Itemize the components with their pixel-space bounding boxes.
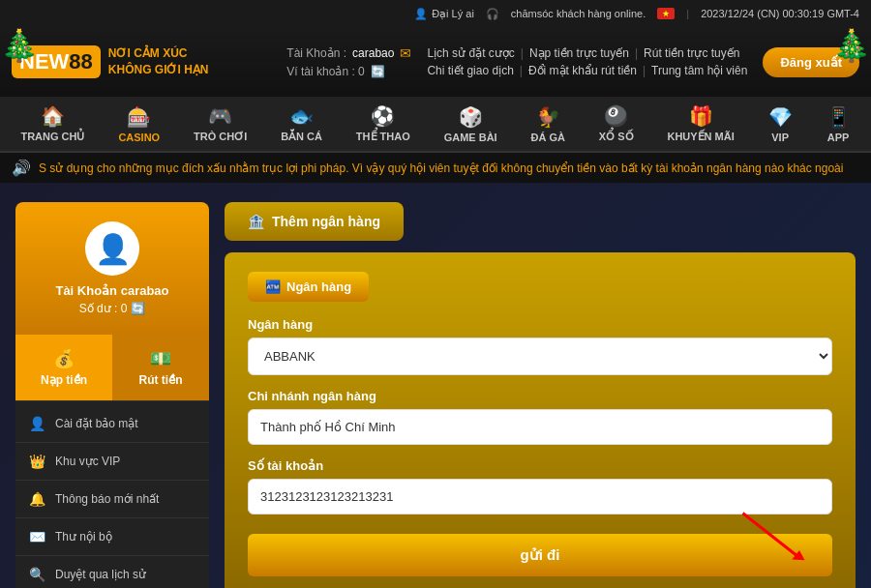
rooster-icon: 🐓	[536, 105, 560, 129]
sports-icon: ⚽	[371, 104, 395, 128]
account-num-group: Số tài khoản	[248, 458, 832, 514]
profile-balance: Số dư : 0 🔄	[35, 302, 190, 315]
lottery-icon: 🎱	[604, 104, 628, 128]
speaker-icon: 🔊	[12, 159, 31, 177]
nav-label-casino: CASINO	[118, 132, 160, 143]
nav-vip[interactable]: 💎 VIP	[759, 100, 802, 149]
avatar-icon: 👤	[95, 232, 131, 266]
bank-header-label: Ngân hàng	[286, 279, 351, 294]
menu-label-inbox: Thư nội bộ	[55, 530, 112, 544]
deposit-icon: 💰	[53, 348, 75, 369]
nav-label-xoso: XỔ SỐ	[599, 131, 634, 143]
nav-khuyenmai[interactable]: 🎁 KHUYẾN MÃI	[657, 99, 743, 149]
bank-select[interactable]: ABBANK Vietcombank Techcombank BIDV Viet…	[248, 338, 832, 375]
link-withdraw[interactable]: Rút tiền trực tuyến	[644, 46, 739, 60]
ticker-text: S sử dụng cho những mục đích xấu nhằm tr…	[39, 162, 843, 175]
header: 🎄 🎄 NEW 88 NƠI CẢM XÚC KHÔNG GIỚI HẠN Tà…	[0, 27, 871, 97]
ticker-bar: 🔊 S sử dụng cho những mục đích xấu nhằm …	[0, 153, 871, 183]
add-bank-icon: 🏦	[248, 214, 264, 229]
account-label: Tài Khoản :	[286, 46, 346, 60]
datetime: 2023/12/24 (CN) 00:30:19 GMT-4	[701, 8, 859, 19]
balance-refresh-icon[interactable]: 🔄	[131, 302, 145, 315]
add-bank-label: Thêm ngân hàng	[272, 214, 380, 229]
wallet-label: Ví tài khoản : 0	[286, 65, 364, 78]
logout-button[interactable]: Đăng xuất	[763, 47, 859, 77]
nav-daga[interactable]: 🐓 ĐÁ GÀ	[522, 100, 575, 149]
logo-box[interactable]: NEW 88	[12, 45, 101, 78]
mail-icon: ✉️	[29, 529, 45, 544]
bank-header-button[interactable]: 🏧 Ngân hàng	[248, 272, 369, 302]
fishing-icon: 🐟	[289, 104, 314, 128]
logo-area: NEW 88 NƠI CẢM XÚC KHÔNG GIỚI HẠN	[12, 45, 208, 78]
withdraw-icon: 💵	[150, 348, 171, 369]
history-icon: 🔍	[29, 567, 45, 582]
branch-label: Chi nhánh ngân hàng	[248, 389, 832, 403]
nav-banca[interactable]: 🐟 BẮN CÁ	[271, 99, 332, 149]
nav-gamebai[interactable]: 🎲 GAME BÀI	[435, 100, 507, 149]
security-icon: 👤	[29, 416, 45, 431]
main-content: 👤 Tài Khoản carabao Số dư : 0 🔄 💰 Nạp ti…	[0, 183, 871, 588]
vip-icon: 💎	[768, 105, 793, 129]
nav-label-vip: VIP	[771, 132, 789, 143]
refresh-wallet-icon[interactable]: 🔄	[371, 65, 385, 78]
nav-label-app: APP	[827, 132, 850, 143]
headset-icon: 🎧	[486, 8, 499, 20]
logo-88: 88	[69, 49, 92, 74]
logo-tagline: NƠI CẢM XÚC KHÔNG GIỚI HẠN	[108, 45, 209, 78]
bank-select-group: Ngân hàng ABBANK Vietcombank Techcombank…	[248, 317, 832, 375]
sidebar-actions: 💰 Nạp tiền 💵 Rút tiền	[15, 335, 209, 401]
account-value: carabao	[352, 46, 394, 60]
sidebar-profile: 👤 Tài Khoản carabao Số dư : 0 🔄	[15, 202, 209, 335]
menu-label-security: Cài đặt bảo mật	[55, 417, 138, 430]
bell-icon: 🔔	[29, 491, 45, 507]
nav-casino[interactable]: 🎰 CASINO	[108, 100, 169, 149]
agent-label: Đại Lý ai	[432, 8, 474, 20]
nav-label-thethao: THỂ THAO	[356, 131, 410, 143]
link-member-center[interactable]: Trung tâm hội viên	[651, 64, 747, 77]
menu-label-notifications: Thông báo mới nhất	[55, 492, 159, 506]
header-account: Tài Khoản : carabao ✉ Ví tài khoản : 0 🔄	[286, 45, 411, 78]
menu-label-vip: Khu vực VIP	[55, 455, 120, 468]
menu-item-security[interactable]: 👤 Cài đặt bảo mật	[15, 405, 209, 443]
menu-item-inbox[interactable]: ✉️ Thư nội bộ	[15, 518, 209, 556]
menu-label-history: Duyệt qua lịch sử	[55, 568, 146, 581]
menu-item-notifications[interactable]: 🔔 Thông báo mới nhất	[15, 481, 209, 518]
casino-icon: 🎰	[127, 105, 151, 129]
nav-label-trangchu: TRANG CHỦ	[20, 131, 84, 143]
deposit-button[interactable]: 💰 Nạp tiền	[15, 335, 112, 400]
cards-icon: 🎲	[459, 105, 483, 129]
gift-icon: 🎁	[689, 104, 713, 128]
add-bank-button[interactable]: 🏦 Thêm ngân hàng	[225, 202, 404, 241]
nav-trangchu[interactable]: 🏠 TRANG CHỦ	[11, 99, 94, 149]
account-num-label: Số tài khoản	[248, 458, 832, 473]
link-deposit[interactable]: Nạp tiền trực tuyến	[529, 46, 629, 60]
nav-app[interactable]: 📱 APP	[817, 100, 860, 149]
form-card-header: 🏧 Ngân hàng	[248, 272, 832, 302]
withdraw-label: Rút tiền	[139, 373, 183, 387]
sidebar-menu: 👤 Cài đặt bảo mật 👑 Khu vực VIP 🔔 Thông …	[15, 401, 209, 588]
menu-item-vip[interactable]: 👑 Khu vực VIP	[15, 443, 209, 481]
nav-label-khuyenmai: KHUYẾN MÃI	[667, 131, 734, 143]
avatar: 👤	[85, 221, 139, 276]
branch-group: Chi nhánh ngân hàng	[248, 389, 832, 445]
header-links: Lịch sử đặt cược | Nạp tiền trực tuyến |…	[427, 46, 747, 77]
profile-username: Tài Khoản carabao	[35, 283, 190, 298]
nav-label-banca: BẮN CÁ	[281, 131, 322, 143]
nav-xoso[interactable]: 🎱 XỔ SỐ	[589, 99, 644, 149]
nav-thethao[interactable]: ⚽ THỂ THAO	[346, 99, 420, 149]
message-icon[interactable]: ✉	[400, 45, 411, 61]
link-history[interactable]: Lịch sử đặt cược	[427, 46, 514, 60]
logo-new: NEW	[19, 49, 69, 74]
deposit-label: Nạp tiền	[41, 373, 87, 387]
top-bar: 👤 Đại Lý ai 🎧 chămsóc khách hàng online.…	[0, 0, 871, 27]
nav-trochoi[interactable]: 🎮 TRÒ CHƠI	[184, 99, 256, 149]
menu-item-history[interactable]: 🔍 Duyệt qua lịch sử	[15, 556, 209, 588]
support-label: chămsóc khách hàng online.	[511, 8, 646, 19]
branch-input[interactable]	[248, 409, 832, 445]
crown-icon: 👑	[29, 454, 45, 469]
nav-bar: 🏠 TRANG CHỦ 🎰 CASINO 🎮 TRÒ CHƠI 🐟 BẮN CÁ…	[0, 97, 871, 153]
link-transaction[interactable]: Chi tiết giao dịch	[427, 64, 513, 77]
link-change-pass[interactable]: Đổi mật khẩu rút tiền	[528, 64, 637, 77]
withdraw-button[interactable]: 💵 Rút tiền	[112, 335, 209, 400]
left-sidebar: 👤 Tài Khoản carabao Số dư : 0 🔄 💰 Nạp ti…	[15, 202, 209, 588]
